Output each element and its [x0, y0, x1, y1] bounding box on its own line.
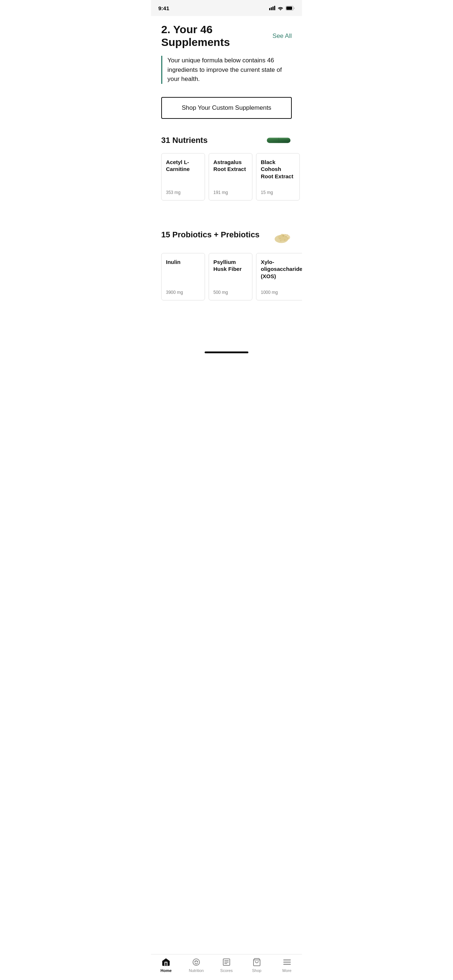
nutrients-header: 31 Nutrients	[161, 135, 292, 146]
probiotic-name-3: Xylo-oligosaccharides (XOS)	[261, 258, 302, 280]
svg-rect-0	[269, 8, 270, 10]
signal-icon	[269, 6, 275, 10]
svg-rect-2	[273, 6, 274, 10]
probiotic-name-1: Inulin	[166, 258, 200, 266]
probiotics-title: 15 Probiotics + Prebiotics	[161, 230, 260, 240]
svg-point-14	[287, 237, 289, 239]
svg-rect-5	[286, 6, 292, 10]
svg-point-13	[281, 234, 283, 235]
probiotics-header: 15 Probiotics + Prebiotics	[161, 224, 292, 246]
description-block: Your unique formula below contains 46 in…	[161, 56, 292, 84]
nutrient-name-3: Black Cohosh Root Extract	[261, 159, 295, 180]
section-title: 2. Your 46 Supplements	[161, 23, 273, 48]
nutrient-card-3[interactable]: Black Cohosh Root Extract 15 mg	[256, 153, 300, 200]
nutrients-cards-scroll[interactable]: Acetyl L-Carnitine 353 mg Astragalus Roo…	[151, 153, 302, 202]
status-time: 9:41	[158, 5, 169, 11]
probiotic-card-2[interactable]: Psyllium Husk Fiber 500 mg	[209, 253, 252, 301]
nutrient-name-1: Acetyl L-Carnitine	[166, 159, 200, 173]
svg-point-18	[280, 240, 282, 241]
probiotics-cards-scroll[interactable]: Inulin 3900 mg Psyllium Husk Fiber 500 m…	[151, 253, 302, 302]
nutrient-card-1[interactable]: Acetyl L-Carnitine 353 mg	[161, 153, 205, 200]
see-all-link[interactable]: See All	[273, 32, 292, 40]
probiotic-card-1[interactable]: Inulin 3900 mg	[161, 253, 205, 301]
nutrients-title: 31 Nutrients	[161, 135, 207, 145]
main-content: 2. Your 46 Supplements See All Your uniq…	[151, 16, 302, 349]
home-indicator	[205, 352, 248, 353]
shop-button[interactable]: Shop Your Custom Supplements	[161, 97, 292, 119]
status-icons	[269, 6, 295, 11]
status-bar: 9:41	[151, 0, 302, 16]
nutrient-dosage-3: 15 mg	[261, 190, 295, 195]
svg-rect-1	[271, 7, 272, 10]
svg-point-12	[286, 236, 287, 237]
svg-point-19	[287, 234, 288, 235]
svg-point-15	[284, 239, 286, 240]
nutrient-dosage-2: 191 mg	[214, 190, 248, 195]
svg-point-16	[279, 238, 281, 239]
probiotic-name-2: Psyllium Husk Fiber	[214, 258, 248, 273]
probiotic-card-3[interactable]: Xylo-oligosaccharides (XOS) 1000 mg	[256, 253, 302, 301]
section-header: 2. Your 46 Supplements See All	[161, 23, 292, 48]
probiotic-dosage-1: 3900 mg	[166, 290, 200, 295]
capsule-icon	[266, 135, 292, 146]
svg-rect-3	[274, 6, 275, 10]
wifi-icon	[278, 6, 283, 10]
description-text: Your unique formula below contains 46 in…	[167, 56, 292, 84]
nutrient-card-2[interactable]: Astragalus Root Extract 191 mg	[209, 153, 252, 200]
probiotics-section: 15 Probiotics + Prebiotics Inulin 3900 m…	[161, 224, 292, 302]
probiotic-dosage-3: 1000 mg	[261, 290, 302, 295]
battery-icon	[286, 6, 295, 11]
nutrient-name-2: Astragalus Root Extract	[214, 159, 248, 173]
probiotic-dosage-2: 500 mg	[214, 290, 248, 295]
svg-point-17	[285, 234, 286, 235]
nutrients-section: 31 Nutrients	[161, 135, 292, 202]
nutrient-dosage-1: 353 mg	[166, 190, 200, 195]
powder-icon	[266, 224, 292, 246]
